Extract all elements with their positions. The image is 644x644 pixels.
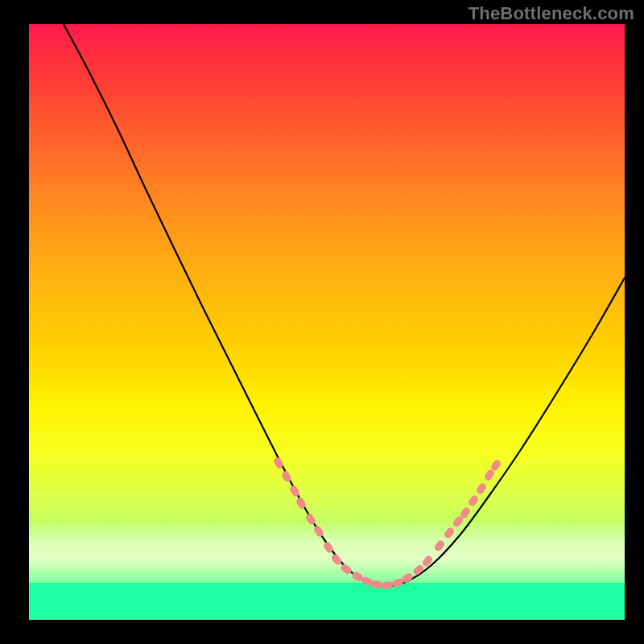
marker-capsule bbox=[433, 539, 446, 553]
marker-capsule bbox=[289, 485, 301, 498]
marker-capsule bbox=[443, 526, 456, 540]
highlight-markers bbox=[29, 24, 625, 620]
marker-capsule bbox=[330, 553, 343, 567]
marker-capsule bbox=[281, 470, 293, 484]
chart-plot-area bbox=[29, 24, 625, 620]
marker-capsule bbox=[295, 497, 308, 510]
marker-capsule bbox=[382, 581, 394, 589]
marker-capsule bbox=[304, 513, 316, 526]
marker-capsule bbox=[412, 564, 426, 576]
marker-capsule bbox=[467, 494, 479, 508]
marker-capsule bbox=[312, 525, 324, 539]
marker-capsule bbox=[340, 563, 353, 576]
watermark-text: TheBottleneck.com bbox=[469, 3, 634, 24]
marker-capsule bbox=[273, 456, 285, 470]
marker-capsule bbox=[322, 541, 334, 555]
marker-capsule bbox=[475, 482, 487, 496]
marker-capsule bbox=[421, 555, 434, 568]
